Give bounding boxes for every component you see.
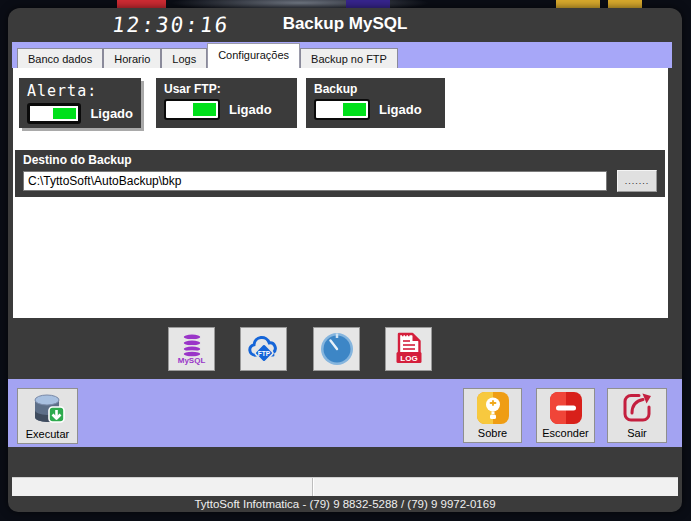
ftp-cloud-icon: FTP xyxy=(246,333,282,365)
desktop-icon-fragment xyxy=(346,0,390,8)
usar-ftp-state: Ligado xyxy=(229,102,272,117)
backup-state: Ligado xyxy=(379,102,422,117)
alerta-state: Ligado xyxy=(90,106,133,121)
schedule-clock-button[interactable] xyxy=(313,327,360,371)
executar-label: Executar xyxy=(26,428,69,441)
status-cell xyxy=(12,478,313,496)
mysql-database-icon xyxy=(178,333,206,357)
desktop-icon-fragment xyxy=(556,0,600,8)
action-bar: Executar Sobre Esconder xyxy=(8,379,682,447)
title-bar[interactable]: 12:30:16 Backup MySQL xyxy=(8,8,682,42)
alerta-panel: Alerta: Ligado xyxy=(19,78,141,128)
usar-ftp-toggle[interactable] xyxy=(164,99,220,120)
destino-label: Destino do Backup xyxy=(23,153,657,167)
status-strip xyxy=(12,477,678,496)
tab-strip: Banco dados Horario Logs Configurações B… xyxy=(12,42,672,68)
backup-toggle[interactable] xyxy=(314,99,370,120)
footer-contact-info: TyttoSoft Infotmatica - (79) 9 8832-5288… xyxy=(8,498,682,510)
destino-backup-panel: Destino do Backup ....... xyxy=(15,150,665,197)
usar-ftp-label: Usar FTP: xyxy=(164,82,289,96)
database-run-icon xyxy=(29,391,67,427)
destino-path-input[interactable] xyxy=(23,171,607,191)
backup-mysql-window: 12:30:16 Backup MySQL Banco dados Horari… xyxy=(8,8,682,512)
browse-button[interactable]: ....... xyxy=(617,170,657,192)
log-button[interactable]: LOG xyxy=(385,327,432,371)
tab-banco-dados[interactable]: Banco dados xyxy=(17,48,103,68)
mysql-icon-label: MySQL xyxy=(178,357,206,365)
esconder-button[interactable]: Esconder xyxy=(536,388,595,443)
tab-backup-no-ftp[interactable]: Backup no FTP xyxy=(300,48,398,68)
mysql-button[interactable]: MySQL xyxy=(168,327,215,371)
sair-label: Sair xyxy=(627,427,647,440)
alerta-label: Alerta: xyxy=(27,82,133,100)
toggle-knob xyxy=(343,103,366,116)
esconder-label: Esconder xyxy=(542,427,588,440)
ftp-button[interactable]: FTP xyxy=(240,327,287,371)
clock-icon xyxy=(319,331,355,367)
backup-label: Backup xyxy=(314,82,437,96)
toggle-knob xyxy=(193,103,216,116)
backup-panel: Backup Ligado xyxy=(306,78,445,128)
exit-icon xyxy=(619,390,655,426)
alerta-toggle[interactable] xyxy=(27,103,81,124)
log-icon-label: LOG xyxy=(400,354,417,363)
usar-ftp-panel: Usar FTP: Ligado xyxy=(156,78,297,128)
sobre-label: Sobre xyxy=(478,427,507,440)
ftp-icon-label: FTP xyxy=(257,350,270,357)
tab-configuracoes[interactable]: Configurações xyxy=(207,43,300,68)
sair-button[interactable]: Sair xyxy=(607,388,667,443)
tab-logs[interactable]: Logs xyxy=(161,48,207,68)
sobre-button[interactable]: Sobre xyxy=(463,388,522,443)
lightbulb-icon xyxy=(475,390,511,426)
status-cell xyxy=(313,478,678,496)
icon-bar: MySQL FTP xyxy=(13,318,668,379)
minimize-icon xyxy=(548,390,584,426)
executar-button[interactable]: Executar xyxy=(17,388,78,444)
toggle-knob xyxy=(53,108,76,119)
desktop-icon-fragment xyxy=(117,0,166,8)
window-title: Backup MySQL xyxy=(8,14,682,34)
log-file-icon: LOG xyxy=(394,332,424,366)
configuracoes-panel: Alerta: Ligado Usar FTP: Ligado Backup L… xyxy=(13,68,668,318)
tab-horario[interactable]: Horario xyxy=(103,48,161,68)
desktop-icon-fragment xyxy=(608,0,642,8)
